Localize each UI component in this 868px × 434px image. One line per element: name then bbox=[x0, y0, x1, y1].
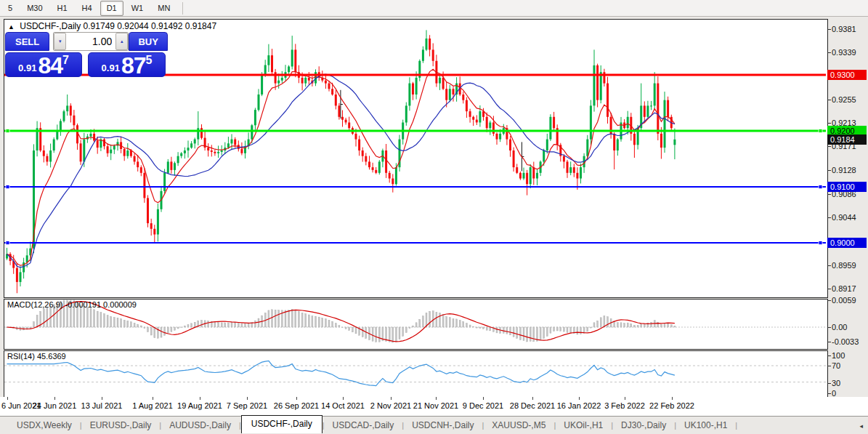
one-click-trading-panel: SELL ▾ ▴ BUY 0.91 84 7 0.91 87 5 bbox=[5, 32, 168, 77]
date-tick bbox=[153, 397, 153, 400]
price-tick-label: 0.9128 bbox=[832, 166, 856, 174]
date-label: 13 Jul 2021 bbox=[81, 401, 123, 410]
timeframe-button-w1[interactable]: W1 bbox=[125, 1, 150, 16]
buy-price-big-digits: 87 bbox=[121, 55, 146, 76]
price-level-badge: 0.9300 bbox=[827, 70, 867, 80]
chart-tab-usdcnh-daily[interactable]: USDCNH-,Daily bbox=[404, 418, 482, 433]
chart-tab-audusd-daily[interactable]: AUDUSD-,Daily bbox=[161, 418, 239, 433]
date-tick bbox=[7, 397, 8, 400]
chart-symbol: USDCHF-,Daily bbox=[20, 21, 81, 31]
date-tick bbox=[247, 397, 248, 400]
date-label: 24 Jun 2021 bbox=[33, 401, 77, 410]
macd-tick-label: 0.0059 bbox=[832, 296, 856, 305]
chart-tab-usdchf-daily[interactable]: USDCHF-,Daily bbox=[241, 415, 323, 433]
buy-price-prefix: 0.91 bbox=[102, 63, 120, 73]
timeframe-button-5[interactable]: 5 bbox=[1, 1, 19, 16]
date-tick bbox=[436, 397, 437, 400]
chart-tab-xauusd-m5[interactable]: XAUUSD-,M5 bbox=[484, 418, 553, 433]
price-level-badge: 0.9000 bbox=[827, 238, 867, 248]
sell-price-big-digits: 84 bbox=[38, 55, 62, 76]
chart-tab-uk100-h1[interactable]: UK100-,H1 bbox=[676, 418, 735, 433]
timeframe-button-m30[interactable]: M30 bbox=[20, 1, 49, 16]
chevron-up-icon: ▴ bbox=[121, 39, 123, 44]
timeframe-button-h1[interactable]: H1 bbox=[51, 1, 74, 16]
date-label: 9 Dec 2021 bbox=[463, 401, 503, 410]
price-tick-label: 0.9255 bbox=[832, 95, 856, 104]
macd-label: MACD(12,26,9) -0.000191 0.000009 bbox=[7, 300, 137, 309]
timeframe-button-mn[interactable]: MN bbox=[151, 1, 177, 16]
rsi-indicator-window[interactable]: RSI(14) 45.6369 bbox=[4, 350, 828, 398]
rsi-tick-label: 30 bbox=[832, 379, 840, 387]
price-tick-label: 0.9339 bbox=[832, 48, 856, 57]
date-tick bbox=[625, 397, 625, 400]
tab-separator: | bbox=[735, 421, 737, 430]
volume-input[interactable] bbox=[66, 34, 115, 49]
tab-scroll-left-icon[interactable]: ◂ bbox=[859, 422, 863, 430]
volume-increase-button[interactable]: ▴ bbox=[115, 33, 128, 50]
date-label: 7 Sep 2021 bbox=[227, 401, 267, 410]
macd-tick-label: -0.0033 bbox=[832, 337, 859, 346]
sell-price-pip-digit: 7 bbox=[62, 54, 69, 67]
date-tick bbox=[200, 397, 200, 400]
date-label: 26 Sep 2021 bbox=[274, 401, 319, 410]
rsi-label: RSI(14) 45.6369 bbox=[7, 352, 66, 361]
date-label: 14 Oct 2021 bbox=[321, 401, 365, 410]
chart-tab-usdx-weekly[interactable]: USDX,Weekly bbox=[9, 418, 80, 433]
buy-price-pip-digit: 5 bbox=[146, 54, 153, 67]
timeframe-button-h4[interactable]: H4 bbox=[76, 1, 99, 16]
buy-price-box[interactable]: 0.91 87 5 bbox=[88, 52, 166, 77]
date-tick bbox=[579, 397, 580, 400]
date-tick bbox=[532, 397, 533, 400]
date-tick bbox=[343, 397, 344, 400]
macd-indicator-window[interactable]: MACD(12,26,9) -0.000191 0.000009 bbox=[4, 299, 828, 350]
date-tick bbox=[102, 397, 102, 400]
timeframe-toolbar: 5M30H1H4D1W1MN bbox=[0, 0, 868, 17]
volume-decrease-button[interactable]: ▾ bbox=[54, 33, 66, 50]
price-axis[interactable]: 0.93810.93390.92970.92550.92130.91710.91… bbox=[827, 19, 868, 397]
sell-button[interactable]: SELL bbox=[5, 32, 49, 51]
date-label: 16 Jan 2022 bbox=[557, 401, 601, 410]
sell-price-prefix: 0.91 bbox=[18, 63, 36, 73]
chart-tab-eurusd-daily[interactable]: EURUSD-,Daily bbox=[82, 418, 160, 433]
date-tick bbox=[391, 397, 392, 400]
chart-title: ▲ USDCHF-,Daily 0.91749 0.92044 0.91492 … bbox=[8, 21, 216, 31]
date-label: 28 Dec 2021 bbox=[510, 401, 555, 410]
chart-tab-usdcad-daily[interactable]: USDCAD-,Daily bbox=[325, 418, 402, 433]
chart-ohlc-values: 0.91749 0.92044 0.91492 0.91847 bbox=[84, 21, 217, 31]
date-label: 22 Feb 2022 bbox=[649, 401, 694, 410]
chart-tab-ukoil-h1[interactable]: UKOil-,H1 bbox=[556, 418, 611, 433]
rsi-tick-label: 0 bbox=[832, 389, 836, 398]
price-tick-label: 0.9044 bbox=[832, 213, 856, 222]
price-tick-label: 0.9381 bbox=[832, 25, 856, 33]
price-level-badge: 0.9100 bbox=[827, 182, 867, 192]
date-tick bbox=[672, 397, 673, 400]
date-label: 1 Aug 2021 bbox=[132, 401, 173, 410]
sell-price-box[interactable]: 0.91 84 7 bbox=[5, 52, 82, 77]
macd-tick-label: 0.00 bbox=[832, 323, 847, 331]
toolbar-separator bbox=[182, 2, 183, 15]
date-label: 3 Feb 2022 bbox=[604, 401, 645, 410]
chevron-down-icon: ▾ bbox=[59, 39, 62, 44]
date-label: 19 Aug 2021 bbox=[177, 401, 222, 410]
rsi-tick-label: 70 bbox=[832, 361, 840, 370]
buy-button[interactable]: BUY bbox=[129, 32, 168, 51]
rsi-tick-label: 100 bbox=[832, 351, 845, 360]
chart-tab-dj30-daily[interactable]: DJ30-,Daily bbox=[613, 418, 674, 433]
date-label: 21 Nov 2021 bbox=[413, 401, 458, 410]
volume-control: ▾ ▴ bbox=[53, 32, 129, 51]
price-tick-label: 0.8959 bbox=[832, 261, 856, 270]
date-tick bbox=[296, 397, 297, 400]
date-tick bbox=[54, 397, 55, 400]
price-tick-label: 0.8917 bbox=[832, 284, 856, 293]
timeframe-button-d1[interactable]: D1 bbox=[100, 1, 123, 16]
chart-tab-bar: USDX,Weekly|EURUSD-,Daily|AUDUSD-,Daily|… bbox=[0, 416, 868, 434]
date-tick bbox=[483, 397, 484, 400]
date-label: 2 Nov 2021 bbox=[370, 401, 411, 410]
one-click-panel-arrow-icon[interactable]: ▲ bbox=[8, 23, 15, 31]
price-level-badge: 0.9184 bbox=[827, 134, 867, 145]
date-axis[interactable]: 6 Jun 202124 Jun 202113 Jul 20211 Aug 20… bbox=[0, 397, 868, 416]
